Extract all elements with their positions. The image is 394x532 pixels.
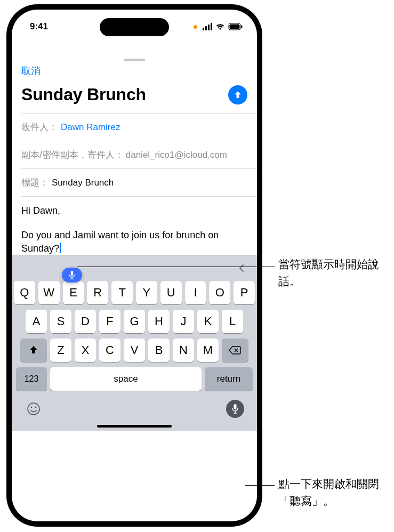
svg-rect-3 <box>71 271 74 276</box>
suggestion-bar[interactable] <box>12 255 257 281</box>
iphone-frame: 9:41 取消 Sunday Brunch <box>6 4 262 527</box>
mic-in-use-dot <box>194 25 197 29</box>
key-y[interactable]: Y <box>136 281 157 304</box>
cc-bcc-from-field[interactable]: 副本/密件副本，寄件人： daniel_rico1@icloud.com <box>12 141 257 168</box>
microphone-icon <box>231 404 239 414</box>
text-cursor <box>60 243 61 253</box>
subject-value: Sunday Brunch <box>52 178 114 188</box>
keyboard-dock <box>12 396 257 423</box>
key-w[interactable]: W <box>38 281 60 304</box>
key-k[interactable]: K <box>197 310 219 333</box>
home-indicator[interactable] <box>97 425 172 428</box>
to-field[interactable]: 收件人： Dawn Ramirez <box>12 114 257 141</box>
key-i[interactable]: I <box>185 281 206 304</box>
key-n[interactable]: N <box>173 338 194 362</box>
email-body[interactable]: Hi Dawn, Do you and Jamil want to join u… <box>12 197 257 255</box>
return-key[interactable]: return <box>205 367 253 391</box>
svg-point-8 <box>35 406 37 408</box>
to-label: 收件人： <box>21 121 58 133</box>
key-z[interactable]: Z <box>50 338 71 362</box>
compose-heading: Sunday Brunch <box>21 85 146 104</box>
svg-point-6 <box>28 403 39 415</box>
microphone-icon <box>68 270 76 280</box>
callout-line-2 <box>245 485 275 486</box>
key-f[interactable]: F <box>99 310 120 333</box>
numbers-key[interactable]: 123 <box>16 367 47 391</box>
dynamic-island <box>100 18 169 36</box>
key-u[interactable]: U <box>160 281 182 304</box>
key-p[interactable]: P <box>234 281 255 304</box>
wifi-icon <box>215 23 225 30</box>
body-line-1: Hi Dawn, <box>21 204 247 217</box>
backspace-icon <box>229 345 242 355</box>
callout-mic-button: 點一下來開啟和關閉「聽寫」。 <box>278 475 390 509</box>
svg-rect-1 <box>230 25 240 29</box>
compose-sheet: 取消 Sunday Brunch 收件人： Dawn Ramirez 副本/密件… <box>12 54 257 255</box>
dictation-indicator[interactable] <box>62 268 82 283</box>
dictation-toggle-button[interactable] <box>226 400 244 418</box>
collapse-suggestions-icon[interactable] <box>235 261 250 276</box>
key-v[interactable]: V <box>124 338 145 362</box>
svg-point-7 <box>31 406 33 408</box>
subject-label: 標題： <box>21 176 49 189</box>
status-time: 9:41 <box>30 21 48 32</box>
cell-signal-icon <box>203 23 212 30</box>
callout-dictation-indicator: 當符號顯示時開始說話。 <box>278 256 385 289</box>
keyboard: QWERTYUIOP ASDFGHJKL ZXCVBNM 123 space r… <box>12 255 257 431</box>
shift-key[interactable] <box>20 338 47 362</box>
key-r[interactable]: R <box>87 281 108 304</box>
key-t[interactable]: T <box>111 281 133 304</box>
sheet-grabber[interactable] <box>124 59 145 61</box>
from-email: daniel_rico1@icloud.com <box>126 150 227 160</box>
backspace-key[interactable] <box>222 338 248 362</box>
key-a[interactable]: A <box>26 310 47 333</box>
key-o[interactable]: O <box>209 281 230 304</box>
key-s[interactable]: S <box>50 310 71 333</box>
key-m[interactable]: M <box>197 338 219 362</box>
subject-field[interactable]: 標題： Sunday Brunch <box>12 169 257 196</box>
key-g[interactable]: G <box>124 310 145 333</box>
svg-rect-9 <box>234 404 237 409</box>
key-d[interactable]: D <box>75 310 96 333</box>
key-b[interactable]: B <box>148 338 170 362</box>
key-e[interactable]: E <box>63 281 84 304</box>
compose-title-bar: Sunday Brunch <box>12 78 257 113</box>
send-button[interactable] <box>228 85 247 104</box>
key-h[interactable]: H <box>148 310 170 333</box>
key-l[interactable]: L <box>222 310 243 333</box>
to-recipient[interactable]: Dawn Ramirez <box>61 122 120 133</box>
smiley-icon <box>27 402 41 416</box>
space-key[interactable]: space <box>50 367 202 391</box>
arrow-up-icon <box>232 90 243 100</box>
body-line-2: Do you and Jamil want to join us for bru… <box>21 230 219 253</box>
cancel-button[interactable]: 取消 <box>21 65 41 77</box>
callout-line-1 <box>77 267 275 267</box>
screen: 9:41 取消 Sunday Brunch <box>12 10 257 521</box>
shift-icon <box>28 345 39 356</box>
emoji-key[interactable] <box>25 400 43 418</box>
key-j[interactable]: J <box>173 310 194 333</box>
sheet-nav: 取消 <box>12 63 257 78</box>
key-c[interactable]: C <box>99 338 120 362</box>
cc-label: 副本/密件副本，寄件人： <box>21 149 124 161</box>
battery-icon <box>228 23 243 30</box>
key-q[interactable]: Q <box>14 281 35 304</box>
key-x[interactable]: X <box>75 338 96 362</box>
svg-rect-2 <box>241 26 243 28</box>
